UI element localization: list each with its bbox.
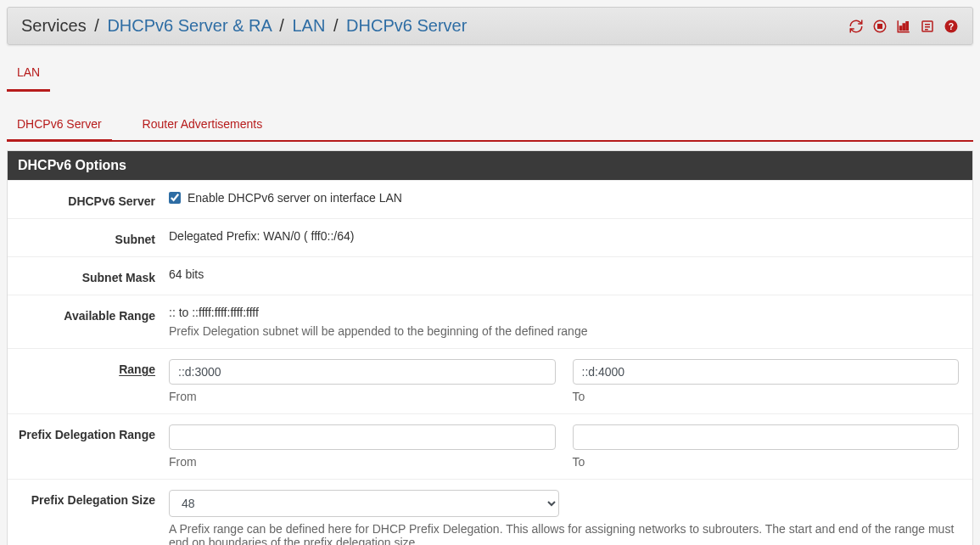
- svg-rect-2: [900, 26, 902, 31]
- label-dhcpv6-server: DHCPv6 Server: [8, 191, 169, 208]
- tabs-secondary: DHCPv6 Server Router Advertisements: [7, 109, 973, 142]
- enable-dhcpv6-checkbox-row[interactable]: Enable DHCPv6 server on interface LAN: [169, 191, 959, 205]
- svg-rect-3: [903, 24, 904, 31]
- row-pd-range: Prefix Delegation Range From To: [8, 413, 972, 479]
- label-subnet: Subnet: [8, 229, 169, 246]
- range-to-input[interactable]: [573, 359, 960, 385]
- breadcrumb-level3[interactable]: DHCPv6 Server: [346, 16, 467, 35]
- help-icon[interactable]: ?: [944, 19, 959, 34]
- pd-range-to-label: To: [573, 455, 960, 469]
- label-available-range: Available Range: [8, 306, 169, 338]
- range-to-label: To: [573, 390, 960, 403]
- row-available-range: Available Range :: to ::ffff:ffff:ffff:f…: [8, 295, 972, 348]
- svg-text:?: ?: [949, 20, 954, 31]
- dhcpv6-options-panel: DHCPv6 Options DHCPv6 Server Enable DHCP…: [7, 150, 973, 545]
- breadcrumb-sep: /: [333, 16, 339, 35]
- label-range: Range: [8, 359, 169, 403]
- range-from-label: From: [169, 390, 556, 403]
- breadcrumb-level1[interactable]: DHCPv6 Server & RA: [107, 16, 271, 35]
- tab-router-advertisements[interactable]: Router Advertisements: [132, 109, 273, 142]
- row-range: Range From To: [8, 348, 972, 413]
- tab-lan[interactable]: LAN: [7, 55, 50, 92]
- value-subnet-mask: 64 bits: [169, 267, 972, 284]
- pd-range-from-label: From: [169, 455, 556, 469]
- enable-dhcpv6-label: Enable DHCPv6 server on interface LAN: [188, 191, 402, 205]
- stop-icon[interactable]: [872, 19, 888, 34]
- tabs-primary: LAN: [7, 55, 973, 92]
- breadcrumb: Services / DHCPv6 Server & RA / LAN / DH…: [21, 16, 467, 36]
- pd-size-select[interactable]: 48: [169, 490, 559, 517]
- row-dhcpv6-server: DHCPv6 Server Enable DHCPv6 server on in…: [8, 180, 972, 218]
- stats-icon[interactable]: [896, 19, 911, 34]
- row-subnet-mask: Subnet Mask 64 bits: [8, 256, 972, 295]
- log-icon[interactable]: [920, 19, 935, 34]
- label-subnet-mask: Subnet Mask: [8, 267, 169, 284]
- breadcrumb-root: Services: [21, 16, 87, 35]
- label-pd-range: Prefix Delegation Range: [8, 424, 169, 469]
- panel-title: DHCPv6 Options: [8, 151, 972, 180]
- help-available-range: Prefix Delegation subnet will be appende…: [169, 324, 959, 338]
- tab-dhcpv6-server[interactable]: DHCPv6 Server: [7, 109, 112, 142]
- help-pd-size: A Prefix range can be defined here for D…: [169, 522, 959, 545]
- breadcrumb-sep: /: [94, 16, 99, 35]
- label-pd-size: Prefix Delegation Size: [8, 490, 169, 545]
- svg-rect-4: [906, 21, 908, 30]
- row-subnet: Subnet Delegated Prefix: WAN/0 ( fff0::/…: [8, 218, 972, 256]
- breadcrumb-level2[interactable]: LAN: [292, 16, 325, 35]
- refresh-icon[interactable]: [848, 19, 864, 34]
- enable-dhcpv6-checkbox[interactable]: [169, 192, 181, 204]
- range-from-input[interactable]: [169, 359, 556, 385]
- header-action-icons: ?: [848, 19, 959, 34]
- pd-range-to-input[interactable]: [573, 424, 960, 450]
- value-available-range: :: to ::ffff:ffff:ffff:ffff: [169, 306, 959, 319]
- breadcrumb-sep: /: [279, 16, 284, 35]
- row-pd-size: Prefix Delegation Size 48 A Prefix range…: [8, 479, 972, 545]
- svg-rect-1: [878, 24, 882, 28]
- pd-range-from-input[interactable]: [169, 424, 556, 450]
- value-subnet: Delegated Prefix: WAN/0 ( fff0::/64): [169, 229, 972, 246]
- page-header: Services / DHCPv6 Server & RA / LAN / DH…: [7, 7, 973, 45]
